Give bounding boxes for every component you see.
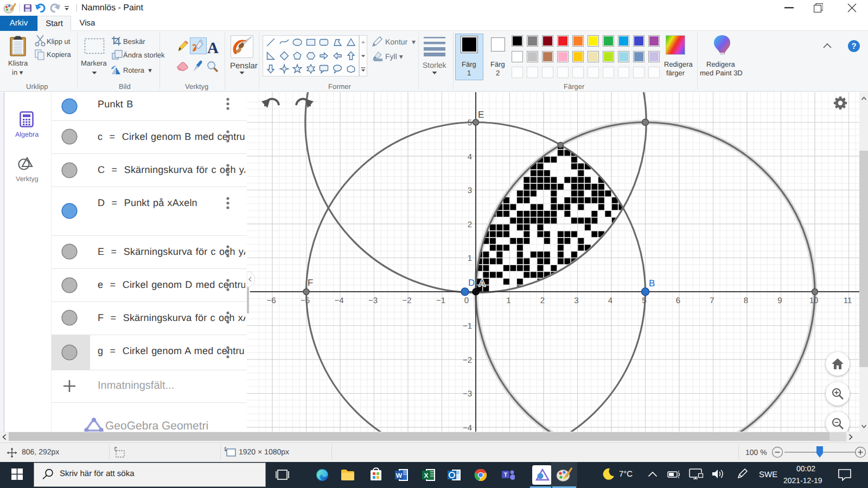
svg-text:−5: −5 [301,296,310,305]
svg-text:9: 9 [777,296,782,305]
svg-text:11: 11 [844,296,852,305]
svg-text:5: 5 [468,118,472,127]
svg-text:1: 1 [468,254,472,263]
svg-text:6: 6 [676,296,680,305]
svg-text:−4: −4 [334,296,343,305]
svg-text:−4: −4 [463,423,472,432]
svg-text:B: B [649,278,655,288]
svg-text:−2: −2 [463,356,472,365]
svg-text:−6: −6 [266,296,276,305]
svg-text:5: 5 [642,296,646,305]
svg-text:2: 2 [540,296,545,305]
svg-text:A: A [479,278,486,288]
svg-text:F: F [308,278,313,288]
svg-text:7: 7 [710,296,714,305]
svg-text:4: 4 [608,296,612,305]
svg-text:−1: −1 [463,322,472,331]
svg-text:X: X [424,472,428,479]
svg-text:E: E [478,110,484,120]
svg-text:1: 1 [506,296,510,305]
svg-text:4: 4 [468,152,472,162]
svg-text:−3: −3 [463,389,472,399]
svg-text:10: 10 [809,296,819,305]
svg-text:3: 3 [468,186,472,195]
svg-text:−2: −2 [402,296,411,305]
svg-text:8: 8 [744,296,748,305]
svg-text:T: T [504,472,508,478]
svg-text:−1: −1 [436,296,445,305]
svg-text:−3: −3 [368,296,378,305]
svg-text:2: 2 [468,220,472,229]
svg-text:W: W [396,472,403,479]
svg-text:0: 0 [464,296,469,305]
svg-text:3: 3 [574,296,578,305]
svg-text:D: D [468,278,475,288]
svg-text:?: ? [851,42,856,51]
